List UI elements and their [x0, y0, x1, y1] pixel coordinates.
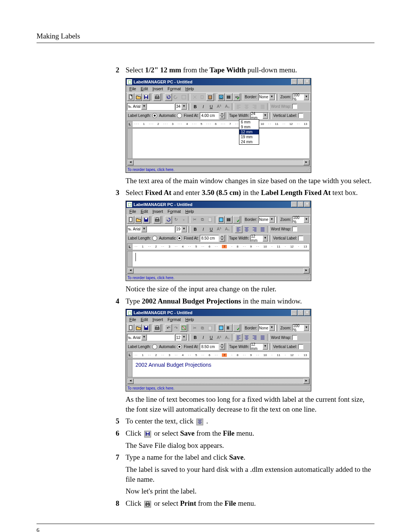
barcode-icon[interactable]: [225, 93, 233, 101]
align-left-icon[interactable]: [235, 225, 242, 233]
fixedat-spinner[interactable]: ▲▼: [220, 343, 225, 350]
automatic-radio[interactable]: [152, 236, 157, 241]
menubar[interactable]: FileEditInsertFormatHelp: [126, 208, 311, 215]
border-select[interactable]: None▼: [258, 94, 276, 101]
spellcheck-icon[interactable]: ab: [233, 93, 240, 101]
open-icon[interactable]: [135, 324, 142, 332]
close-button[interactable]: ×: [304, 201, 310, 207]
menu-edit[interactable]: Edit: [139, 208, 150, 214]
barcode-icon[interactable]: [225, 324, 233, 332]
dropdown-option[interactable]: 19 mm: [239, 134, 259, 139]
print-icon[interactable]: [153, 324, 161, 332]
border-select[interactable]: None▼: [258, 216, 276, 223]
minimize-button[interactable]: _: [291, 201, 297, 207]
fontsize-select[interactable]: 19▼: [175, 226, 188, 233]
menu-file[interactable]: File: [127, 316, 139, 323]
superscript-button[interactable]: Aᔆ: [215, 334, 223, 341]
menu-format[interactable]: Format: [165, 316, 183, 323]
statusbar[interactable]: To reorder tapes, click here.⋰: [126, 385, 311, 391]
fontsize-select[interactable]: 34▼: [175, 103, 188, 110]
barcode-icon[interactable]: [225, 216, 233, 224]
titlebar[interactable]: ⬚ LabelMANAGER PC - Untitled _ □ ×: [126, 78, 311, 85]
zoom-select[interactable]: 100 %▼: [292, 94, 310, 101]
fixedat-input[interactable]: [200, 235, 219, 242]
wordwrap-checkbox[interactable]: [292, 335, 297, 340]
symbol-icon[interactable]: Ω: [218, 93, 225, 101]
new-icon[interactable]: [127, 93, 134, 101]
fixedat-input[interactable]: [200, 112, 219, 119]
font-select[interactable]: ℡ Arial▼: [127, 226, 174, 233]
wordwrap-checkbox[interactable]: [292, 104, 297, 109]
vertical-checkbox[interactable]: [298, 344, 303, 349]
new-icon[interactable]: [127, 324, 134, 332]
vertical-checkbox[interactable]: [298, 236, 303, 241]
titlebar[interactable]: ⬚ LabelMANAGER PC - Untitled _□×: [126, 309, 311, 316]
undo-icon[interactable]: [165, 93, 172, 101]
fixedat-spinner[interactable]: ▲▼: [220, 235, 225, 242]
label-canvas[interactable]: [127, 128, 310, 159]
titlebar[interactable]: ⬚ LabelMANAGER PC - Untitled _□×: [126, 201, 311, 208]
fixedat-radio[interactable]: [177, 236, 182, 241]
align-center-icon[interactable]: [243, 334, 250, 341]
border-select[interactable]: None▼: [258, 324, 276, 331]
scrollbar-h[interactable]: ◄►: [127, 160, 310, 166]
undo-icon[interactable]: ↶: [165, 324, 172, 332]
menu-format[interactable]: Format: [165, 208, 183, 214]
subscript-button[interactable]: Aₛ: [223, 103, 231, 110]
menubar[interactable]: FileEditInsertFormatHelp: [126, 316, 311, 323]
underline-button[interactable]: U: [207, 225, 215, 233]
subscript-button[interactable]: Aₛ: [223, 334, 231, 341]
wordwrap-checkbox[interactable]: [292, 227, 297, 232]
italic-button[interactable]: I: [199, 103, 207, 110]
new-icon[interactable]: [127, 216, 134, 224]
tapewidth-dropdown[interactable]: 6 mm 9 mm 12 mm 19 mm 24 mm: [239, 119, 259, 145]
menu-help[interactable]: Help: [183, 208, 196, 214]
zoom-select[interactable]: 100 %▼: [292, 324, 310, 331]
superscript-button[interactable]: Aᔆ: [215, 103, 223, 110]
menu-edit[interactable]: Edit: [139, 86, 150, 92]
align-right-icon[interactable]: [251, 225, 258, 233]
close-button[interactable]: ×: [304, 310, 310, 316]
scrollbar-h[interactable]: ◄►: [127, 378, 310, 384]
align-justify-icon[interactable]: [259, 225, 266, 233]
automatic-radio[interactable]: [152, 344, 157, 349]
subscript-button[interactable]: Aₛ: [223, 225, 231, 233]
bold-button[interactable]: B: [191, 334, 199, 341]
symbol-icon[interactable]: [218, 324, 225, 332]
label-canvas[interactable]: [127, 251, 310, 267]
statusbar[interactable]: To reorder tapes, click here.⋰: [126, 275, 311, 281]
automatic-radio[interactable]: [152, 113, 157, 118]
align-justify-icon[interactable]: [259, 334, 266, 341]
menubar[interactable]: File Edit Insert Format Help: [126, 85, 311, 92]
scrollbar-h[interactable]: ◄►: [127, 268, 310, 274]
dropdown-option[interactable]: 9 mm: [239, 125, 259, 129]
fixedat-radio[interactable]: [177, 113, 182, 118]
spellcheck-icon[interactable]: [233, 324, 240, 332]
italic-button[interactable]: I: [199, 334, 207, 341]
tapewidth-select[interactable]: 12 mm▼: [250, 235, 269, 242]
fixedat-spinner[interactable]: ▲▼: [220, 112, 225, 119]
menu-file[interactable]: File: [127, 86, 139, 92]
tapewidth-select[interactable]: 24 mm▼: [250, 112, 269, 119]
maximize-button[interactable]: □: [298, 79, 304, 85]
superscript-button[interactable]: Aᔆ: [215, 225, 223, 233]
bold-button[interactable]: B: [191, 103, 199, 110]
tapewidth-select[interactable]: 12 mm▼: [250, 343, 269, 350]
menu-file[interactable]: File: [127, 208, 139, 214]
save-icon[interactable]: [142, 216, 150, 224]
open-icon[interactable]: [135, 216, 142, 224]
dropdown-option[interactable]: 6 mm: [239, 120, 259, 125]
menu-edit[interactable]: Edit: [139, 316, 150, 323]
label-canvas[interactable]: 2002 Annual Budget Projections: [127, 359, 310, 377]
align-left-icon[interactable]: [235, 334, 242, 341]
zoom-select[interactable]: 100 %▼: [292, 216, 310, 223]
maximize-button[interactable]: □: [298, 201, 304, 207]
print-icon[interactable]: [153, 93, 161, 101]
dropdown-option[interactable]: 12 mm: [239, 129, 259, 134]
resize-grip-icon[interactable]: ⋰: [306, 168, 309, 172]
menu-help[interactable]: Help: [183, 86, 196, 92]
symbol-icon[interactable]: [218, 216, 225, 224]
open-icon[interactable]: [135, 93, 142, 101]
bold-button[interactable]: B: [191, 225, 199, 233]
menu-insert[interactable]: Insert: [150, 208, 166, 214]
